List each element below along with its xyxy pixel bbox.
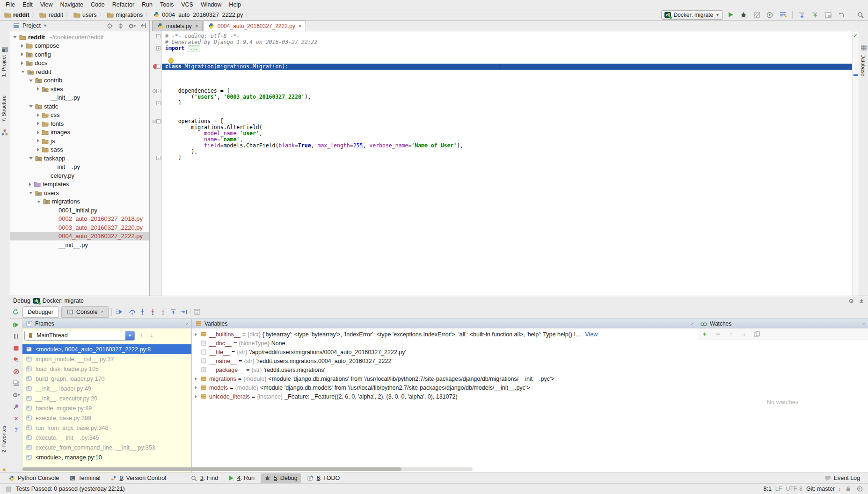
tree-item-users[interactable]: users (10, 189, 149, 197)
menu-window[interactable]: Window (197, 0, 225, 9)
tree-item-images[interactable]: images (10, 128, 149, 137)
variable-row-file[interactable]: __file__ = {str}'/app/reddit/users/migra… (192, 348, 697, 356)
variable-row-doc[interactable]: __doc__ = {NoneType}None (192, 339, 697, 348)
menu-code[interactable]: Code (87, 0, 109, 9)
editor-tab-0004-auto-20160327-2222-py[interactable]: 0004_auto_20160327_2222.py× (204, 21, 306, 31)
expand-arrow-icon[interactable] (21, 71, 25, 73)
hector-inspector-icon[interactable] (856, 485, 863, 493)
expand-arrow-icon[interactable] (29, 80, 33, 82)
mute-breakpoints-button[interactable] (13, 368, 20, 375)
show-execution-point-button[interactable] (115, 308, 122, 316)
toolwindow-button-debug[interactable]: 5: Debug (261, 473, 301, 483)
tree-item-js[interactable]: js (10, 137, 149, 145)
float-panel-icon[interactable]: ↗ (185, 321, 189, 326)
variable-row-models[interactable]: models = {module}<module 'django.db.mode… (192, 383, 697, 392)
menu-file[interactable]: File (2, 0, 19, 9)
locate-button[interactable] (106, 22, 113, 29)
toolwindow-button-terminal[interactable]: Terminal (65, 473, 103, 483)
step-over-button[interactable] (128, 308, 136, 316)
menu-refactor[interactable]: Refactor (109, 0, 138, 9)
code-line[interactable] (162, 76, 852, 82)
remove-watch-button[interactable]: − (714, 330, 722, 338)
collapse-arrow-icon[interactable] (37, 131, 39, 134)
view-breakpoints-button[interactable] (13, 356, 20, 363)
tree-item-sites[interactable]: sites (10, 85, 149, 94)
menu-tools[interactable]: Tools (156, 0, 177, 9)
tree-item-init-py[interactable]: __init__.py (10, 240, 149, 249)
code-line[interactable]: class Migration(migrations.Migration): (162, 64, 852, 70)
tree-item-migrations[interactable]: migrations (10, 197, 149, 206)
breadcrumb-reddit[interactable]: reddit (4, 11, 29, 19)
breadcrumb-migrations[interactable]: migrations (107, 11, 143, 19)
rerun-button[interactable] (12, 308, 20, 316)
collapse-arrow-icon[interactable] (37, 148, 39, 152)
stack-frame-row[interactable]: __init__, loader.py:49 (22, 384, 191, 393)
hide-toolwindow-icon[interactable] (858, 297, 865, 305)
editor-gutter[interactable]: -+----- (150, 31, 162, 296)
pause-button[interactable] (13, 333, 20, 340)
collapse-arrow-icon[interactable] (21, 44, 23, 48)
toolwindow-button-event-log[interactable]: Event Log (821, 473, 863, 483)
tree-item-templates[interactable]: templates (10, 180, 149, 189)
code-line[interactable] (162, 70, 852, 76)
add-watch-button[interactable]: + (701, 330, 708, 338)
code-line[interactable]: ] (162, 100, 852, 106)
collapse-arrow-icon[interactable] (37, 87, 39, 91)
collapse-arrow-icon[interactable] (21, 52, 23, 56)
variable-row-migrations[interactable]: migrations = {module}<module 'django.db.… (192, 374, 697, 383)
tree-item-docs[interactable]: docs (10, 59, 149, 68)
close-tab-icon[interactable]: × (195, 23, 198, 29)
project-view-dropdown[interactable]: ▼ (43, 23, 47, 28)
sidebar-item-database[interactable]: Database (861, 54, 866, 76)
toolwindow-button-find[interactable]: 3: Find (187, 473, 221, 483)
code-line[interactable] (162, 51, 852, 58)
stop-button[interactable] (13, 344, 20, 352)
fold-marker-icon[interactable]: - (156, 101, 160, 105)
expand-arrow-icon[interactable] (13, 36, 17, 38)
smart-step-into-button[interactable] (159, 308, 167, 316)
collapse-arrow-icon[interactable] (29, 182, 31, 186)
tree-item-init-py[interactable]: __init__.py (10, 163, 149, 172)
tree-item-celery-py[interactable]: celery.py (10, 171, 149, 180)
collapse-arrow-icon[interactable] (37, 113, 39, 117)
variable-row-builtins[interactable]: __builtins__ = {dict}{'bytearray': <type… (192, 330, 697, 339)
run-to-cursor-button[interactable] (180, 308, 187, 316)
vcs-commit-button[interactable]: VCS (811, 11, 819, 19)
stack-frame-row[interactable]: <module>, manage.py:10 (22, 452, 191, 462)
undo-button[interactable] (838, 11, 845, 19)
thread-dropdown-button[interactable]: ▼ (125, 331, 134, 340)
fold-marker-icon[interactable]: - (156, 156, 160, 160)
close-button[interactable]: × (13, 414, 20, 422)
tree-item-reddit[interactable]: reddit (10, 67, 149, 76)
tree-item-css[interactable]: css (10, 111, 149, 120)
tree-item-static[interactable]: static (10, 102, 149, 111)
pin-button[interactable] (13, 403, 20, 410)
inspections-ok-icon[interactable]: ✓ (853, 32, 858, 39)
previous-frame-icon[interactable]: ↑ (138, 332, 145, 339)
stack-frame-row[interactable]: execute, __init__.py:345 (22, 433, 191, 443)
collapse-all-button[interactable] (117, 22, 124, 29)
vcs-update-button[interactable]: VCS (798, 11, 806, 19)
resume-button[interactable] (13, 321, 20, 328)
stack-frame-row[interactable]: handle, migrate.py:89 (22, 403, 191, 413)
float-panel-icon[interactable]: ↗ (690, 321, 694, 326)
tree-item-fonts[interactable]: fonts (10, 119, 149, 128)
code-line[interactable]: ), (162, 149, 852, 155)
expand-arrow-icon[interactable] (29, 157, 33, 160)
tree-item-taskapp[interactable]: taskapp (10, 154, 149, 163)
run-button[interactable] (727, 11, 734, 19)
variable-row-unicode-literals[interactable]: unicode_literals = {instance}_Feature: _… (192, 392, 697, 401)
tree-item-sass[interactable]: sass (10, 145, 149, 154)
tree-item-config[interactable]: config (10, 50, 149, 59)
expand-arrow-icon[interactable] (195, 377, 197, 381)
editor-scrollbar[interactable]: ✓ (852, 31, 859, 296)
breadcrumb-reddit[interactable]: reddit (39, 11, 63, 19)
editor-tab-models-py[interactable]: models.py× (152, 21, 203, 31)
code-line[interactable]: migrations.AlterField( (162, 124, 852, 131)
menu-help[interactable]: Help (225, 0, 245, 9)
hide-panel-button[interactable] (139, 22, 147, 29)
variable-row-package[interactable]: __package__ = {str}'reddit.users.migrati… (192, 365, 697, 374)
next-frame-icon[interactable]: ↓ (148, 332, 155, 339)
lock-icon[interactable] (845, 485, 852, 493)
database-toolwindow-icon[interactable] (861, 45, 867, 51)
